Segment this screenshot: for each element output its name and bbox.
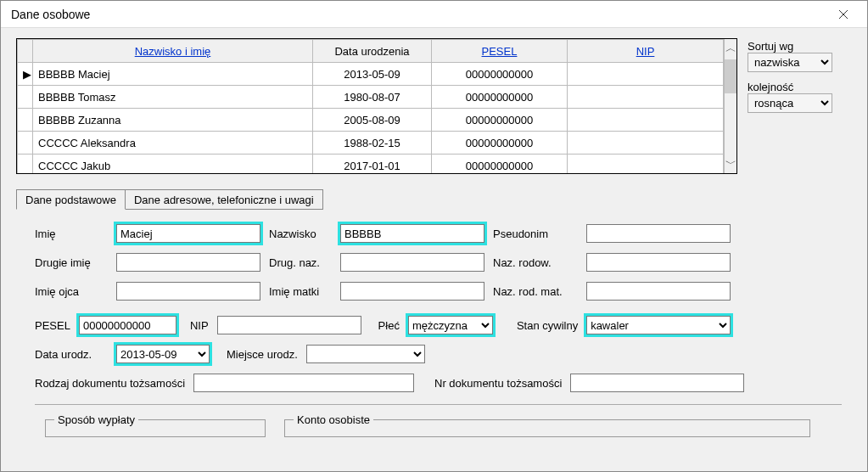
sort-by-label: Sortuj wg [748, 40, 849, 53]
label-nip: NIP [190, 319, 209, 332]
label-nazwisko: Nazwisko [269, 228, 332, 240]
table-row[interactable]: ▶BBBBB Maciej2013-05-0900000000000 [18, 63, 724, 86]
titlebar: Dane osobowe [1, 1, 867, 28]
label-nr-doc: Nr dokumentu tożsamości [434, 377, 562, 390]
scroll-up-icon[interactable]: ︿ [725, 39, 736, 58]
input-imie-ojca[interactable] [116, 282, 260, 301]
sort-panel: Sortuj wg nazwiska kolejność rosnąca [748, 38, 849, 174]
label-drug-naz: Drug. naz. [269, 256, 332, 269]
close-icon [838, 9, 848, 20]
label-naz-rod-mat: Naz. rod. mat. [493, 285, 578, 298]
legend-konto: Konto osobiste [294, 413, 373, 426]
label-imie-ojca: Imię ojca [35, 285, 108, 298]
label-pesel: PESEL [35, 319, 70, 332]
input-naz-rod-mat[interactable] [586, 282, 731, 301]
table-header-row: Nazwisko i imię Data urodzenia PESEL NIP [18, 40, 724, 63]
label-rodzaj-doc: Rodzaj dokumentu tożsamości [35, 377, 185, 390]
label-drugie-imie: Drugie imię [35, 256, 108, 269]
label-miejsce: Miejsce urodz. [227, 348, 298, 361]
table-row[interactable]: BBBBB Zuzanna2005-08-0900000000000 [18, 109, 724, 132]
table-row[interactable]: BBBBB Tomasz1980-08-0700000000000 [18, 86, 724, 109]
label-plec: Płeć [378, 319, 400, 332]
order-select[interactable]: rosnąca [748, 93, 832, 113]
label-naz-rodow: Naz. rodow. [493, 256, 578, 269]
tab-address[interactable]: Dane adresowe, telefoniczne i uwagi [125, 189, 323, 210]
persons-table[interactable]: Nazwisko i imię Data urodzenia PESEL NIP… [16, 38, 737, 174]
form-basic: Imię Nazwisko Pseudonim Drugie imię Drug… [16, 210, 852, 437]
input-nip[interactable] [217, 316, 361, 334]
legend-sposob-wyplaty: Sposób wypłaty [54, 413, 138, 426]
select-miejsce[interactable] [306, 345, 425, 363]
col-nip-header[interactable]: NIP [636, 45, 655, 58]
scroll-down-icon[interactable]: ﹀ [725, 155, 736, 173]
col-dob-header: Data urodzenia [334, 45, 409, 58]
input-nr-doc[interactable] [570, 374, 744, 392]
table-row[interactable]: CCCCC Jakub2017-01-0100000000000 [18, 155, 724, 174]
table-row[interactable]: CCCCC Aleksandra1988-02-1500000000000 [18, 132, 724, 155]
input-pseudonim[interactable] [586, 224, 731, 243]
label-pseudonim: Pseudonim [493, 228, 578, 240]
sort-by-select[interactable]: nazwiska [748, 53, 832, 72]
tabs: Dane podstawowe Dane adresowe, telefonic… [16, 189, 852, 210]
tab-basic[interactable]: Dane podstawowe [16, 189, 126, 210]
input-drug-naz[interactable] [340, 253, 484, 272]
input-nazwisko[interactable] [340, 224, 484, 243]
close-button[interactable] [826, 3, 860, 26]
col-pesel-header[interactable]: PESEL [482, 45, 518, 58]
label-imie: Imię [35, 228, 108, 240]
input-imie[interactable] [116, 224, 260, 243]
group-konto: Konto osobiste [284, 413, 810, 437]
window: Dane osobowe Nazwisko i imię Data urodze… [0, 0, 868, 472]
table-scrollbar[interactable]: ︿ ﹀ [724, 39, 736, 173]
select-rodzaj-doc[interactable]: dowód [193, 374, 414, 392]
input-naz-rodow[interactable] [586, 253, 731, 272]
label-imie-matki: Imię matki [269, 285, 332, 298]
input-pesel[interactable] [79, 316, 176, 334]
input-imie-matki[interactable] [340, 282, 484, 301]
order-label: kolejność [748, 81, 849, 93]
group-sposob-wyplaty: Sposób wypłaty [45, 413, 266, 437]
label-stan: Stan cywilny [517, 319, 578, 332]
select-plec[interactable]: mężczyzna [408, 316, 493, 334]
col-name-header[interactable]: Nazwisko i imię [135, 45, 211, 58]
scroll-thumb[interactable] [725, 59, 736, 93]
window-title: Dane osobowe [11, 8, 90, 21]
label-data-urodz: Data urodz. [35, 348, 108, 361]
input-drugie-imie[interactable] [116, 253, 260, 272]
select-stan[interactable]: kawaler [586, 316, 731, 334]
select-data-urodz[interactable]: 2013-05-09 [116, 345, 210, 363]
